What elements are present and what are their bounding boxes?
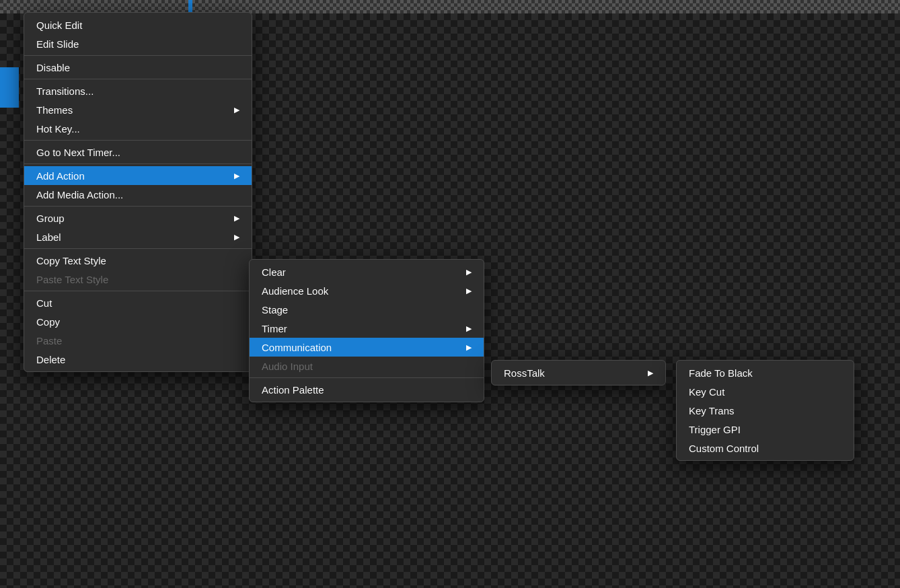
- menu-item-go-to-next-timer[interactable]: Go to Next Timer...: [24, 143, 252, 161]
- menu-item-delete[interactable]: Delete: [24, 350, 252, 369]
- menu-item-stage[interactable]: Stage: [250, 300, 484, 319]
- primary-context-menu: Quick Edit Edit Slide Disable Transition…: [24, 12, 252, 372]
- separator-4: [24, 163, 252, 164]
- menu-item-timer[interactable]: Timer ▶: [250, 319, 484, 338]
- add-action-submenu: Clear ▶ Audience Look ▶ Stage Timer ▶ Co…: [249, 259, 484, 402]
- menu-item-communication[interactable]: Communication ▶: [250, 338, 484, 357]
- separator-2: [24, 79, 252, 79]
- separator-5: [24, 206, 252, 207]
- menu-item-copy[interactable]: Copy: [24, 312, 252, 331]
- menu-item-disable[interactable]: Disable: [24, 58, 252, 77]
- menu-item-custom-control[interactable]: Custom Control: [677, 439, 854, 457]
- menu-item-key-cut[interactable]: Key Cut: [677, 382, 854, 401]
- separator-1: [24, 55, 252, 56]
- add-action-arrow: ▶: [234, 172, 239, 180]
- communication-submenu: RossTalk ▶: [491, 360, 666, 385]
- menu-item-audience-look[interactable]: Audience Look ▶: [250, 281, 484, 300]
- timer-arrow: ▶: [466, 324, 472, 333]
- menu-item-quick-edit[interactable]: Quick Edit: [24, 15, 252, 34]
- menu-item-paste: Paste: [24, 331, 252, 350]
- blue-side-bar: [0, 67, 19, 108]
- separator-6: [24, 248, 252, 249]
- menu-item-trigger-gpi[interactable]: Trigger GPI: [677, 420, 854, 439]
- menu-item-fade-to-black[interactable]: Fade To Black: [677, 363, 854, 382]
- menu-item-add-media-action[interactable]: Add Media Action...: [24, 185, 252, 204]
- blue-indicator-bar: [188, 0, 192, 13]
- menu-item-paste-text-style: Paste Text Style: [24, 270, 252, 289]
- menu-item-audio-input: Audio Input: [250, 357, 484, 375]
- secondary-separator-1: [250, 377, 484, 378]
- separator-7: [24, 291, 252, 291]
- rosstalk-submenu: Fade To Black Key Cut Key Trans Trigger …: [676, 360, 854, 461]
- menu-item-action-palette[interactable]: Action Palette: [250, 380, 484, 399]
- themes-arrow: ▶: [234, 106, 239, 114]
- menu-item-group[interactable]: Group ▶: [24, 209, 252, 227]
- clear-arrow: ▶: [466, 268, 472, 277]
- separator-3: [24, 140, 252, 141]
- menu-item-hot-key[interactable]: Hot Key...: [24, 119, 252, 138]
- label-arrow: ▶: [234, 233, 239, 242]
- menu-item-themes[interactable]: Themes ▶: [24, 100, 252, 119]
- menu-item-add-action[interactable]: Add Action ▶: [24, 166, 252, 185]
- group-arrow: ▶: [234, 214, 239, 223]
- communication-arrow: ▶: [466, 343, 472, 352]
- rosstalk-arrow: ▶: [648, 369, 653, 377]
- menu-item-clear[interactable]: Clear ▶: [250, 262, 484, 281]
- menu-item-cut[interactable]: Cut: [24, 293, 252, 312]
- menu-item-copy-text-style[interactable]: Copy Text Style: [24, 251, 252, 270]
- checkerboard-bg: [0, 0, 900, 13]
- menu-item-rosstalk[interactable]: RossTalk ▶: [492, 363, 665, 382]
- menu-item-key-trans[interactable]: Key Trans: [677, 401, 854, 420]
- menu-item-label[interactable]: Label ▶: [24, 227, 252, 246]
- menu-item-edit-slide[interactable]: Edit Slide: [24, 34, 252, 53]
- audience-look-arrow: ▶: [466, 287, 472, 295]
- menu-item-transitions[interactable]: Transitions...: [24, 81, 252, 100]
